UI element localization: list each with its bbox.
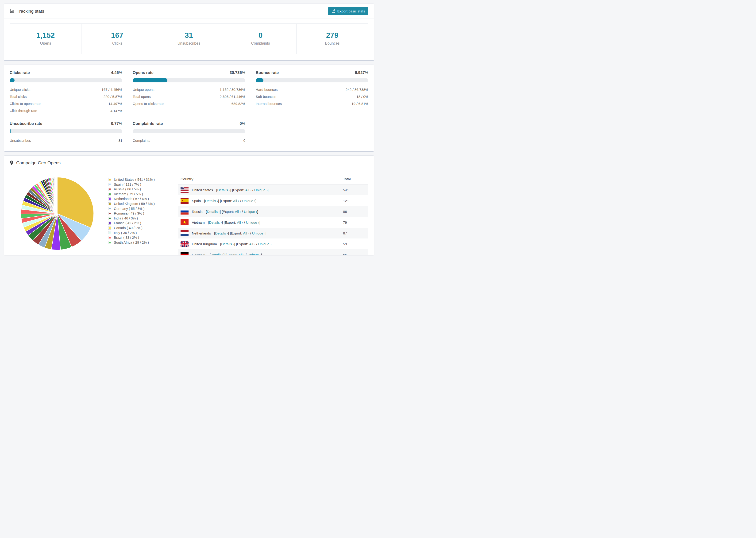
- country-name: Germany: [192, 253, 206, 256]
- country-cell: Netherlands [Details ›] [Export: All › /…: [181, 230, 338, 236]
- export-unique-link[interactable]: Unique ›: [244, 210, 257, 214]
- geo-body: United States ( 541 / 31% ) Spain ( 121 …: [4, 170, 374, 255]
- legend-item[interactable]: Canada ( 40 / 2% ): [108, 226, 171, 231]
- legend-swatch: [108, 202, 111, 205]
- country-cell: Russia [Details ›] [Export: All › / Uniq…: [181, 208, 338, 215]
- rate-progress-fill: [10, 78, 15, 82]
- summary-stat-box: 279 Bounces: [297, 24, 368, 54]
- country-total: 59: [341, 239, 368, 249]
- summary-stat-value: 31: [153, 31, 225, 40]
- table-row: United States [Details ›] [Export: All ›…: [178, 185, 368, 195]
- export-all-link[interactable]: All ›: [237, 220, 243, 224]
- legend-item[interactable]: Russia ( 86 / 5% ): [108, 187, 171, 192]
- summary-stat-label: Opens: [10, 41, 81, 45]
- summary-stat-label: Complaints: [225, 41, 296, 45]
- export-unique-link[interactable]: Unique ›: [254, 188, 268, 192]
- geo-table-wrap: Country Total United States [Details ›] …: [178, 174, 368, 255]
- legend-item[interactable]: Germany ( 55 / 3% ): [108, 206, 171, 211]
- flag-de-icon: [181, 252, 189, 255]
- rate-detail-label: Opens to clicks rate: [133, 102, 164, 106]
- rate-detail-label: Unique clicks: [10, 87, 30, 91]
- rate-detail-label: Hard bounces: [256, 87, 278, 91]
- legend-item[interactable]: Vietnam ( 79 / 5% ): [108, 192, 171, 197]
- legend-item[interactable]: South Africa ( 29 / 2% ): [108, 240, 171, 245]
- rate-rows: Complaints 0: [133, 137, 245, 144]
- export-all-link[interactable]: All ›: [235, 210, 241, 214]
- summary-stat-box: 31 Unsubscribes: [153, 24, 225, 54]
- summary-stat-box: 167 Clicks: [81, 24, 153, 54]
- rate-detail-row: Complaints 0: [133, 137, 245, 144]
- export-unique-link[interactable]: Unique ›: [258, 242, 272, 246]
- dotted-leader: [165, 104, 230, 104]
- details-link[interactable]: Details ›: [217, 188, 230, 192]
- dotted-leader: [156, 90, 218, 90]
- legend-item[interactable]: Italy ( 36 / 2% ): [108, 231, 171, 236]
- rate-progress-bar: [10, 78, 122, 82]
- legend-swatch: [108, 241, 111, 244]
- export-icon: [332, 9, 335, 13]
- export-unique-link[interactable]: Unique ›: [247, 253, 261, 256]
- legend-swatch: [108, 231, 111, 234]
- rate-rows: Unique clicks 167 / 4.456% Total clicks …: [10, 86, 122, 114]
- legend-item[interactable]: Spain ( 121 / 7% ): [108, 182, 171, 187]
- rate-detail-row: Soft bounces 18 / 0%: [256, 93, 368, 100]
- rate-value: 6.927%: [355, 71, 368, 75]
- legend-label: Italy ( 36 / 2% ): [114, 231, 137, 236]
- country-total: 67: [341, 228, 368, 239]
- export-all-link[interactable]: All ›: [245, 188, 251, 192]
- details-link[interactable]: Details ›: [209, 220, 222, 224]
- legend-item[interactable]: India ( 46 / 3% ): [108, 216, 171, 221]
- rate-progress-fill: [256, 78, 263, 82]
- dotted-leader: [152, 141, 242, 141]
- rate-detail-value: 242 / 86.738%: [346, 87, 368, 91]
- rate-detail-row: Unique opens 1,152 / 30.736%: [133, 86, 245, 93]
- flag-us-icon: [181, 187, 189, 193]
- rates-card: Clicks rate 4.46% Unique clicks 167 / 4.…: [4, 65, 374, 152]
- details-link[interactable]: Details ›: [207, 210, 220, 214]
- country-total: 79: [341, 217, 368, 228]
- legend-item[interactable]: Netherlands ( 67 / 4% ): [108, 196, 171, 201]
- legend-label: United States ( 541 / 31% ): [114, 177, 155, 182]
- rate-detail-label: Clicks to opens rate: [10, 102, 41, 106]
- table-row: Germany [Details ›] [Export: All › / Uni…: [178, 249, 368, 255]
- legend-swatch: [108, 183, 111, 186]
- flag-es-icon: [181, 198, 189, 204]
- country-links: [Details ›] [Export: All › / Unique ›]: [210, 253, 262, 256]
- export-all-link[interactable]: All ›: [249, 242, 255, 246]
- legend-item[interactable]: Romania ( 49 / 3% ): [108, 211, 171, 216]
- country-cell: United States [Details ›] [Export: All ›…: [181, 187, 338, 193]
- export-all-link[interactable]: All ›: [233, 199, 239, 203]
- details-link[interactable]: Details ›: [205, 199, 218, 203]
- flag-vn-icon: [181, 219, 189, 225]
- export-unique-link[interactable]: Unique ›: [252, 231, 266, 235]
- legend-label: France ( 42 / 2% ): [114, 221, 141, 226]
- country-name: United States: [192, 188, 213, 192]
- summary-stat-label: Clicks: [81, 41, 153, 45]
- export-unique-link[interactable]: Unique ›: [246, 220, 259, 224]
- legend-item[interactable]: France ( 42 / 2% ): [108, 221, 171, 226]
- rate-value: 0%: [240, 121, 245, 126]
- rate-block: Complaints rate 0% Complaints 0: [133, 121, 245, 144]
- legend-item[interactable]: Brazil ( 33 / 2% ): [108, 235, 171, 240]
- details-link[interactable]: Details ›: [211, 253, 224, 256]
- export-unique-link[interactable]: Unique ›: [242, 199, 255, 203]
- rate-detail-label: Total clicks: [10, 95, 27, 99]
- details-link[interactable]: Details ›: [221, 242, 234, 246]
- country-links: [Details ›] [Export: All › / Unique ›]: [214, 231, 266, 235]
- export-all-link[interactable]: All ›: [239, 253, 244, 256]
- country-name: Vietnam: [192, 220, 205, 224]
- details-link[interactable]: Details ›: [215, 231, 228, 235]
- rate-detail-label: Complaints: [133, 138, 150, 142]
- rate-detail-value: 4.147%: [110, 109, 122, 113]
- legend-swatch: [108, 188, 111, 191]
- country-cell: Vietnam [Details ›] [Export: All › / Uni…: [181, 219, 338, 225]
- dotted-leader: [33, 141, 117, 141]
- export-basic-stats-button[interactable]: Export basic stats: [328, 7, 368, 15]
- summary-stat-label: Unsubscribes: [153, 41, 225, 45]
- rate-title: Complaints rate: [133, 121, 163, 126]
- export-all-link[interactable]: All ›: [243, 231, 249, 235]
- country-links: [Details ›] [Export: All › / Unique ›]: [204, 199, 256, 203]
- legend-label: Brazil ( 33 / 2% ): [114, 235, 139, 240]
- legend-item[interactable]: United States ( 541 / 31% ): [108, 177, 171, 182]
- legend-item[interactable]: United Kingdom ( 59 / 3% ): [108, 201, 171, 206]
